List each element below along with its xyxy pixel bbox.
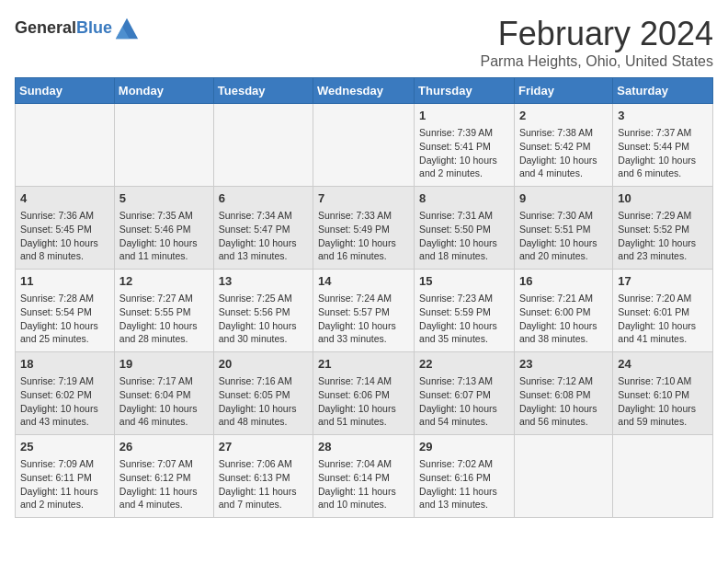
calendar-cell: 10Sunrise: 7:29 AMSunset: 5:52 PMDayligh… [613,187,713,270]
day-number: 6 [219,190,308,207]
weekday-header-wednesday: Wednesday [313,78,415,104]
day-info: Sunrise: 7:16 AM [219,374,308,388]
week-row-3: 11Sunrise: 7:28 AMSunset: 5:54 PMDayligh… [16,270,713,352]
day-info: Sunrise: 7:28 AM [20,292,109,305]
day-number: 24 [618,356,708,373]
day-info: Daylight: 10 hours and 8 minutes. [20,236,109,263]
day-info: Daylight: 10 hours and 48 minutes. [219,402,308,429]
day-number: 10 [618,190,708,207]
day-info: Daylight: 10 hours and 4 minutes. [519,154,608,180]
day-number: 25 [20,439,109,455]
day-info: Daylight: 10 hours and 2 minutes. [419,154,509,180]
day-info: Sunset: 6:11 PM [20,471,109,485]
day-info: Daylight: 10 hours and 6 minutes. [618,154,708,180]
day-info: Daylight: 10 hours and 20 minutes. [519,236,608,263]
day-info: Sunrise: 7:20 AM [618,292,708,305]
day-info: Sunset: 6:14 PM [318,471,409,485]
day-info: Sunrise: 7:34 AM [219,209,308,223]
calendar-cell [613,435,713,518]
calendar-cell: 19Sunrise: 7:17 AMSunset: 6:04 PMDayligh… [114,352,213,435]
calendar-cell: 23Sunrise: 7:12 AMSunset: 6:08 PMDayligh… [514,352,612,435]
week-row-2: 4Sunrise: 7:36 AMSunset: 5:45 PMDaylight… [16,187,713,270]
calendar-cell: 9Sunrise: 7:30 AMSunset: 5:51 PMDaylight… [514,187,612,270]
calendar-cell: 28Sunrise: 7:04 AMSunset: 6:14 PMDayligh… [313,435,415,518]
weekday-header-friday: Friday [514,78,612,104]
day-info: Daylight: 10 hours and 56 minutes. [519,402,608,429]
day-info: Daylight: 10 hours and 11 minutes. [119,236,209,263]
day-info: Daylight: 10 hours and 54 minutes. [419,402,509,429]
day-info: Daylight: 10 hours and 16 minutes. [318,236,409,263]
calendar-table: SundayMondayTuesdayWednesdayThursdayFrid… [15,77,713,518]
day-info: Sunrise: 7:14 AM [318,374,409,388]
day-info: Daylight: 10 hours and 28 minutes. [119,319,209,346]
week-row-1: 1Sunrise: 7:39 AMSunset: 5:41 PMDaylight… [16,104,713,187]
calendar-cell: 24Sunrise: 7:10 AMSunset: 6:10 PMDayligh… [613,352,713,435]
day-number: 29 [419,439,509,455]
day-info: Sunrise: 7:10 AM [618,374,708,388]
day-info: Sunrise: 7:30 AM [519,209,608,223]
day-info: Sunset: 6:12 PM [119,471,209,485]
calendar-cell: 3Sunrise: 7:37 AMSunset: 5:44 PMDaylight… [613,104,713,187]
day-info: Sunset: 6:01 PM [618,305,708,319]
calendar-cell: 27Sunrise: 7:06 AMSunset: 6:13 PMDayligh… [213,435,313,518]
calendar-cell: 7Sunrise: 7:33 AMSunset: 5:49 PMDaylight… [313,187,415,270]
week-row-5: 25Sunrise: 7:09 AMSunset: 6:11 PMDayligh… [16,435,713,518]
day-number: 12 [119,273,209,290]
day-info: Sunset: 5:50 PM [419,223,509,236]
calendar-title: February 2024 [481,15,713,53]
day-number: 17 [618,273,708,290]
day-info: Daylight: 10 hours and 59 minutes. [618,402,708,429]
day-info: Sunset: 5:52 PM [618,223,708,236]
day-info: Sunrise: 7:12 AM [519,374,608,388]
day-info: Sunset: 6:16 PM [419,471,509,485]
day-info: Daylight: 11 hours and 10 minutes. [318,485,409,511]
day-number: 5 [119,190,209,207]
day-info: Sunrise: 7:09 AM [20,457,109,471]
weekday-header-monday: Monday [114,78,213,104]
week-row-4: 18Sunrise: 7:19 AMSunset: 6:02 PMDayligh… [16,352,713,435]
calendar-subtitle: Parma Heights, Ohio, United States [481,53,713,70]
weekday-header-row: SundayMondayTuesdayWednesdayThursdayFrid… [16,78,713,104]
day-info: Sunset: 6:08 PM [519,388,608,402]
day-info: Sunset: 5:57 PM [318,305,409,319]
day-info: Sunset: 6:13 PM [219,471,308,485]
calendar-cell: 26Sunrise: 7:07 AMSunset: 6:12 PMDayligh… [114,435,213,518]
day-info: Sunrise: 7:13 AM [419,374,509,388]
day-number: 7 [318,190,409,207]
day-info: Sunset: 5:51 PM [519,223,608,236]
page-header: GeneralBlue February 2024 Parma Heights,… [15,15,713,70]
weekday-header-thursday: Thursday [415,78,515,104]
day-info: Sunrise: 7:19 AM [20,374,109,388]
day-number: 26 [119,439,209,455]
day-info: Daylight: 10 hours and 35 minutes. [419,319,509,346]
day-number: 9 [519,190,608,207]
calendar-cell: 2Sunrise: 7:38 AMSunset: 5:42 PMDaylight… [514,104,612,187]
day-number: 21 [318,356,409,373]
calendar-cell: 13Sunrise: 7:25 AMSunset: 5:56 PMDayligh… [213,270,313,352]
calendar-cell: 29Sunrise: 7:02 AMSunset: 6:16 PMDayligh… [415,435,515,518]
day-info: Sunrise: 7:06 AM [219,457,308,471]
day-info: Daylight: 11 hours and 13 minutes. [419,485,509,511]
day-number: 23 [519,356,608,373]
weekday-header-sunday: Sunday [16,78,115,104]
calendar-cell: 1Sunrise: 7:39 AMSunset: 5:41 PMDaylight… [415,104,515,187]
day-info: Sunset: 5:45 PM [20,223,109,236]
calendar-cell: 22Sunrise: 7:13 AMSunset: 6:07 PMDayligh… [415,352,515,435]
day-info: Sunrise: 7:23 AM [419,292,509,305]
calendar-cell [514,435,612,518]
day-info: Sunrise: 7:29 AM [618,209,708,223]
day-info: Daylight: 11 hours and 4 minutes. [119,485,209,511]
day-info: Daylight: 10 hours and 41 minutes. [618,319,708,346]
day-info: Sunset: 6:00 PM [519,305,608,319]
day-info: Sunrise: 7:39 AM [419,126,509,140]
day-info: Daylight: 10 hours and 51 minutes. [318,402,409,429]
logo-blue: Blue [76,18,112,37]
day-info: Sunrise: 7:04 AM [318,457,409,471]
day-info: Daylight: 10 hours and 13 minutes. [219,236,308,263]
day-number: 22 [419,356,509,373]
day-info: Sunset: 6:06 PM [318,388,409,402]
day-number: 19 [119,356,209,373]
day-info: Sunset: 6:07 PM [419,388,509,402]
day-info: Sunset: 5:47 PM [219,223,308,236]
calendar-cell: 18Sunrise: 7:19 AMSunset: 6:02 PMDayligh… [16,352,115,435]
